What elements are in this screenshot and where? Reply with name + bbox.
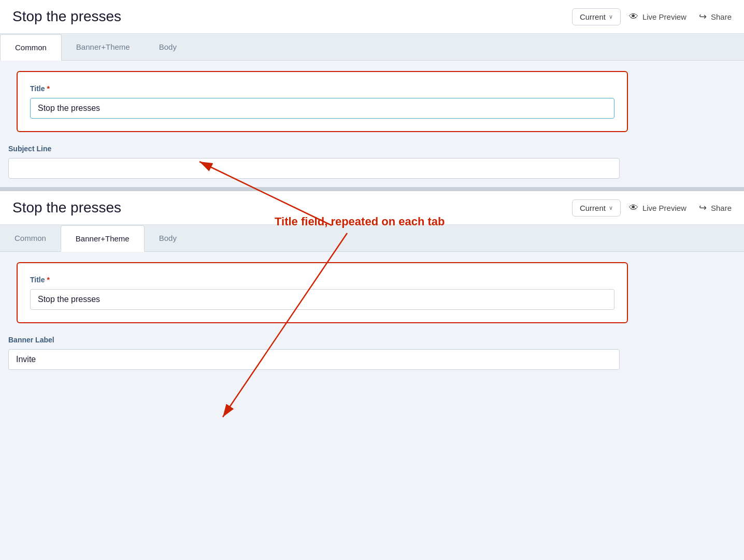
page-title-1: Stop the presses xyxy=(12,8,564,25)
subject-line-label-1: Subject Line xyxy=(8,145,620,153)
share-label-1: Share xyxy=(711,12,732,21)
required-star-1: * xyxy=(47,84,50,93)
live-preview-button-1[interactable]: 👁 Live Preview xyxy=(629,11,686,22)
section-1: Stop the presses Current ∨ 👁 Live Previe… xyxy=(0,0,744,187)
live-preview-label-2: Live Preview xyxy=(642,204,686,212)
header-actions-1: 👁 Live Preview ↪ Share xyxy=(629,11,732,22)
eye-icon-2: 👁 xyxy=(629,203,638,213)
tabs-bar-1: Common Banner+Theme Body xyxy=(0,34,744,61)
header-actions-2: 👁 Live Preview ↪ Share xyxy=(629,202,732,213)
tab-body-1[interactable]: Body xyxy=(145,34,191,60)
current-dropdown-1[interactable]: Current ∨ xyxy=(572,8,621,25)
tab-banner-theme-1[interactable]: Banner+Theme xyxy=(62,34,145,60)
share-button-2[interactable]: ↪ Share xyxy=(699,202,732,213)
section-divider xyxy=(0,187,744,191)
subject-line-input-1[interactable] xyxy=(8,158,620,179)
page-title-2: Stop the presses xyxy=(12,199,564,216)
chevron-down-icon-1: ∨ xyxy=(609,13,613,20)
required-star-2: * xyxy=(47,276,50,284)
section-2: Stop the presses Current ∨ 👁 Live Previe… xyxy=(0,191,744,380)
title-field-container-2: Title * xyxy=(17,262,628,323)
banner-label-input[interactable] xyxy=(8,349,620,370)
current-dropdown-label-1: Current xyxy=(580,12,606,21)
tab-body-2[interactable]: Body xyxy=(145,225,191,251)
header-2: Stop the presses Current ∨ 👁 Live Previe… xyxy=(0,191,744,225)
tabs-bar-2: Common Banner+Theme Body xyxy=(0,225,744,252)
title-label-1: Title * xyxy=(30,84,614,93)
tab-common-1[interactable]: Common xyxy=(0,34,62,61)
share-button-1[interactable]: ↪ Share xyxy=(699,11,732,22)
share-icon-1: ↪ xyxy=(699,11,707,22)
banner-label-section: Banner Label xyxy=(8,336,620,380)
title-input-1[interactable] xyxy=(30,98,614,119)
tab-banner-theme-2[interactable]: Banner+Theme xyxy=(61,225,145,252)
title-input-2[interactable] xyxy=(30,289,614,310)
content-wrapper-2: Title * Banner Label xyxy=(0,262,744,380)
banner-label-label: Banner Label xyxy=(8,336,620,344)
live-preview-label-1: Live Preview xyxy=(642,12,686,21)
current-dropdown-2[interactable]: Current ∨ xyxy=(572,199,621,217)
eye-icon-1: 👁 xyxy=(629,11,638,22)
subject-line-section-1: Subject Line xyxy=(8,145,620,187)
share-label-2: Share xyxy=(711,204,732,212)
tab-common-2[interactable]: Common xyxy=(0,225,61,251)
live-preview-button-2[interactable]: 👁 Live Preview xyxy=(629,203,686,213)
header-1: Stop the presses Current ∨ 👁 Live Previe… xyxy=(0,0,744,34)
title-label-2: Title * xyxy=(30,276,614,284)
chevron-down-icon-2: ∨ xyxy=(609,205,613,211)
share-icon-2: ↪ xyxy=(699,202,707,213)
title-field-container-1: Title * xyxy=(17,71,628,132)
current-dropdown-label-2: Current xyxy=(580,204,606,212)
